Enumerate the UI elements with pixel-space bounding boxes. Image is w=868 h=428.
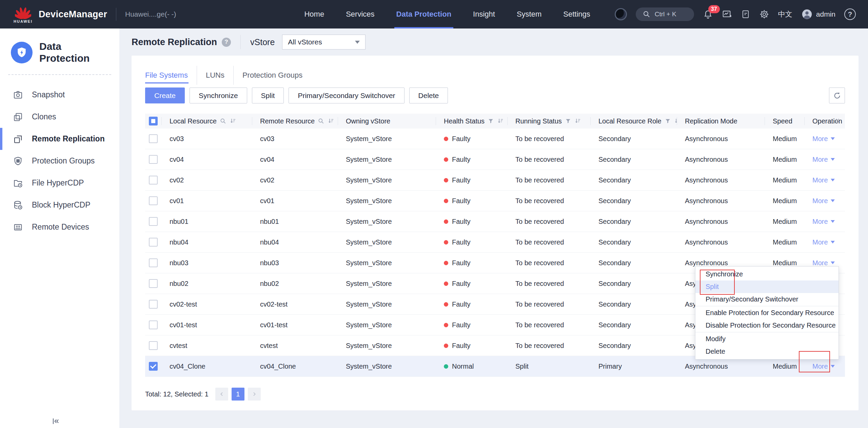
camera-icon xyxy=(13,90,23,100)
cell-health-status: Faulty xyxy=(452,280,470,288)
refresh-icon xyxy=(833,91,842,100)
vstore-select[interactable]: All vStores xyxy=(282,35,366,50)
column-filter-icon[interactable] xyxy=(488,118,494,124)
collapse-sidebar-icon[interactable] xyxy=(51,416,60,426)
cell-owning-vstore: System_vStore xyxy=(338,280,436,288)
table-row-nbu04[interactable]: nbu04 nbu04 System_vStore Faulty To be r… xyxy=(145,232,845,253)
report-button[interactable] xyxy=(741,9,750,19)
cell-local-resource-role: Secondary xyxy=(590,218,677,226)
split-button[interactable]: Split xyxy=(252,87,284,103)
table-row-cv01[interactable]: cv01 cv01 System_vStore Faulty To be rec… xyxy=(145,191,845,211)
row-checkbox[interactable] xyxy=(149,155,158,164)
language-switch[interactable]: 中文 xyxy=(778,9,792,19)
settings-button[interactable] xyxy=(759,9,769,19)
delete-button[interactable]: Delete xyxy=(409,87,448,103)
menu-item-delete[interactable]: Delete xyxy=(695,345,839,358)
theme-toggle-button[interactable] xyxy=(615,8,627,20)
menu-item-primary-secondary-switchover[interactable]: Primary/Secondary Switchover xyxy=(695,293,839,306)
tab-file-systems[interactable]: File Systems xyxy=(145,66,197,85)
primary-secondary-switchover-button[interactable]: Primary/Secondary Switchover xyxy=(289,87,404,103)
nav-item-data-protection[interactable]: Data Protection xyxy=(386,0,462,28)
menu-item-synchronize[interactable]: Synchronize xyxy=(695,268,839,280)
nav-item-services[interactable]: Services xyxy=(335,0,385,28)
sidebar-item-clones[interactable]: Clones xyxy=(0,106,119,128)
row-checkbox[interactable] xyxy=(149,217,158,226)
column-header-running-status[interactable]: Running Status xyxy=(507,114,590,129)
row-checkbox[interactable] xyxy=(149,362,158,371)
column-header-replication-mode[interactable]: Replication Mode xyxy=(677,114,765,129)
more-button[interactable]: More xyxy=(812,218,835,226)
more-button[interactable]: More xyxy=(812,259,835,267)
sidebar-menu: Snapshot Clones Remote Replication Prote… xyxy=(0,84,119,238)
sidebar-item-remote-replication[interactable]: Remote Replication xyxy=(0,128,119,150)
column-sort-icon[interactable] xyxy=(230,118,236,124)
row-checkbox[interactable] xyxy=(149,341,158,350)
select-all-checkbox[interactable] xyxy=(149,117,158,125)
row-checkbox[interactable] xyxy=(149,134,158,143)
notifications-button[interactable]: 37 xyxy=(703,9,713,19)
row-checkbox[interactable] xyxy=(149,320,158,329)
page-help-icon[interactable]: ? xyxy=(222,38,231,47)
select-all-cell xyxy=(145,114,161,129)
row-checkbox[interactable] xyxy=(149,258,158,267)
menu-item-disable-protection-for-secondary-resource[interactable]: Disable Protection for Secondary Resourc… xyxy=(695,319,839,332)
nav-item-system[interactable]: System xyxy=(506,0,552,28)
more-button[interactable]: More xyxy=(812,135,835,143)
prev-page-button[interactable] xyxy=(215,388,228,401)
more-button[interactable]: More xyxy=(812,156,835,163)
next-page-button[interactable] xyxy=(248,388,261,401)
sidebar-item-snapshot[interactable]: Snapshot xyxy=(0,84,119,106)
menu-item-modify[interactable]: Modify xyxy=(695,333,839,345)
tab-protection-groups[interactable]: Protection Groups xyxy=(233,66,311,85)
column-header-remote-resource[interactable]: Remote Resource xyxy=(252,114,338,129)
performance-button[interactable] xyxy=(722,9,732,19)
row-checkbox[interactable] xyxy=(149,279,158,288)
row-checkbox[interactable] xyxy=(149,300,158,309)
more-button[interactable]: More xyxy=(812,197,835,205)
tab-luns[interactable]: LUNs xyxy=(197,66,233,85)
table-row-nbu01[interactable]: nbu01 nbu01 System_vStore Faulty To be r… xyxy=(145,211,845,232)
more-button[interactable]: More xyxy=(812,238,835,246)
sidebar-item-block-hypercdp[interactable]: Block HyperCDP xyxy=(0,194,119,216)
column-filter-icon[interactable] xyxy=(565,118,571,124)
nav-item-insight[interactable]: Insight xyxy=(462,0,506,28)
more-button[interactable]: More xyxy=(812,176,835,184)
column-filter-icon[interactable] xyxy=(665,118,671,124)
column-header-speed[interactable]: Speed xyxy=(765,114,804,129)
page-number-button[interactable]: 1 xyxy=(232,388,244,401)
column-header-local-resource-role[interactable]: Local Resource Role xyxy=(590,114,677,129)
column-search-icon[interactable] xyxy=(220,118,226,124)
table-row-cv03[interactable]: cv03 cv03 System_vStore Faulty To be rec… xyxy=(145,129,845,149)
refresh-button[interactable] xyxy=(829,87,845,103)
row-checkbox[interactable] xyxy=(149,238,158,247)
column-search-icon[interactable] xyxy=(318,118,324,124)
menu-item-enable-protection-for-secondary-resource[interactable]: Enable Protection for Secondary Resource xyxy=(695,307,839,319)
row-checkbox[interactable] xyxy=(149,176,158,184)
table-row-cv04[interactable]: cv04 cv04 System_vStore Faulty To be rec… xyxy=(145,149,845,170)
row-actions-menu: Synchronize Split Primary/Secondary Swit… xyxy=(695,266,839,359)
nav-item-settings[interactable]: Settings xyxy=(552,0,601,28)
help-button[interactable]: ? xyxy=(844,8,856,20)
column-header-health-status[interactable]: Health Status xyxy=(436,114,507,129)
table-row-cv02[interactable]: cv02 cv02 System_vStore Faulty To be rec… xyxy=(145,170,845,191)
more-button[interactable]: More xyxy=(812,363,835,370)
column-header-local-resource[interactable]: Local Resource xyxy=(161,114,252,129)
column-sort-icon[interactable] xyxy=(674,118,677,124)
menu-item-split[interactable]: Split xyxy=(695,280,839,293)
cell-remote-resource: nbu04 xyxy=(252,238,338,246)
column-sort-icon[interactable] xyxy=(574,118,581,124)
column-sort-icon[interactable] xyxy=(328,118,334,124)
row-checkbox[interactable] xyxy=(149,196,158,205)
user-menu[interactable]: admin xyxy=(801,8,835,20)
column-header-owning-vstore[interactable]: Owning vStore xyxy=(338,114,436,129)
sidebar-item-remote-devices[interactable]: Remote Devices xyxy=(0,216,119,238)
synchronize-button[interactable]: Synchronize xyxy=(190,87,247,103)
sidebar-item-protection-groups[interactable]: Protection Groups xyxy=(0,150,119,172)
nav-item-home[interactable]: Home xyxy=(293,0,335,28)
sidebar-item-file-hypercdp[interactable]: File HyperCDP xyxy=(0,172,119,194)
create-button[interactable]: Create xyxy=(145,87,185,103)
column-sort-icon[interactable] xyxy=(497,118,504,124)
chevron-down-icon xyxy=(831,199,835,202)
global-search[interactable]: Ctrl + K xyxy=(636,7,694,21)
column-settings-icon[interactable] xyxy=(834,118,841,124)
